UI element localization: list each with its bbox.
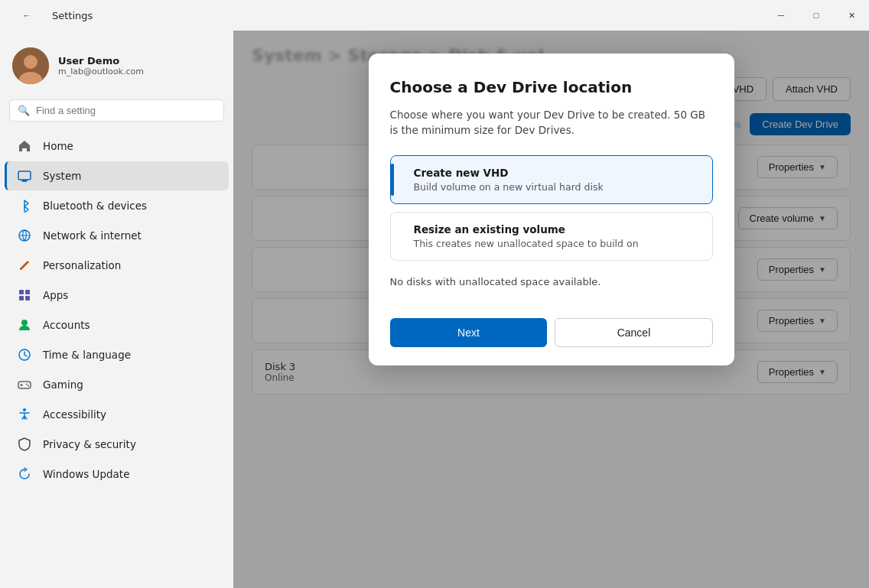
sidebar-item-network[interactable]: Network & internet: [5, 221, 229, 250]
main-content: System > Storage > Disk & vol... Create …: [233, 31, 869, 588]
app-title: Settings: [52, 10, 93, 21]
sidebar-item-label-accessibility: Accessibility: [43, 408, 106, 421]
time-icon: [17, 347, 32, 362]
option-content-new-vhd: Create new VHDBuild volume on a new virt…: [403, 167, 604, 193]
search-input[interactable]: [36, 105, 216, 116]
sidebar-item-label-bluetooth: Bluetooth & devices: [43, 200, 147, 212]
bluetooth-icon: [17, 198, 32, 213]
update-icon: [17, 466, 32, 482]
sidebar-item-accessibility[interactable]: Accessibility: [5, 400, 229, 429]
gaming-icon: [17, 377, 32, 392]
sidebar-item-label-accounts: Accounts: [43, 319, 90, 331]
sidebar-item-label-privacy: Privacy & security: [43, 438, 136, 450]
svg-rect-3: [18, 171, 31, 180]
next-button[interactable]: Next: [390, 318, 548, 347]
svg-point-16: [23, 408, 26, 411]
system-icon: [17, 168, 32, 184]
window-controls: ─ □ ✕: [763, 0, 869, 31]
dialog-title: Choose a Dev Drive location: [390, 78, 713, 96]
accounts-icon: [17, 317, 32, 333]
title-bar-left: ← Settings: [9, 0, 93, 31]
user-name: User Demo: [58, 55, 144, 67]
svg-point-1: [24, 55, 37, 69]
no-disks-message: No disks with unallocated space availabl…: [390, 268, 713, 303]
search-icon: 🔍: [18, 105, 30, 116]
sidebar-item-apps[interactable]: Apps: [5, 281, 229, 310]
sidebar: User Demo m_lab@outlook.com 🔍 HomeSystem…: [0, 31, 233, 588]
privacy-icon: [17, 437, 32, 452]
sidebar-item-home[interactable]: Home: [5, 132, 229, 161]
maximize-button[interactable]: □: [799, 0, 834, 31]
svg-point-14: [26, 384, 28, 385]
title-bar: ← Settings ─ □ ✕: [0, 0, 869, 31]
sidebar-item-label-network: Network & internet: [43, 229, 142, 242]
personalization-icon: [17, 258, 32, 273]
sidebar-item-label-update: Windows Update: [43, 468, 129, 480]
dialog-description: Choose where you want your Dev Drive to …: [390, 107, 713, 138]
apps-icon: [17, 288, 32, 303]
option-accent-bar: [391, 164, 394, 196]
option-new-vhd[interactable]: Create new VHDBuild volume on a new virt…: [390, 155, 713, 204]
option-title-resize: Resize an existing volume: [414, 223, 639, 236]
home-icon: [17, 138, 32, 154]
svg-rect-7: [19, 290, 24, 294]
sidebar-item-accounts[interactable]: Accounts: [5, 310, 229, 339]
sidebar-item-label-home: Home: [43, 140, 73, 152]
option-title-new-vhd: Create new VHD: [414, 167, 604, 179]
sidebar-item-label-gaming: Gaming: [43, 378, 83, 391]
user-profile[interactable]: User Demo m_lab@outlook.com: [0, 38, 233, 96]
svg-rect-10: [25, 296, 30, 300]
sidebar-item-update[interactable]: Windows Update: [5, 460, 229, 489]
network-icon: [17, 228, 32, 243]
sidebar-item-gaming[interactable]: Gaming: [5, 370, 229, 399]
svg-rect-9: [19, 296, 24, 300]
modal-overlay: Choose a Dev Drive location Choose where…: [233, 31, 869, 588]
app-body: User Demo m_lab@outlook.com 🔍 HomeSystem…: [0, 31, 869, 588]
sidebar-item-bluetooth[interactable]: Bluetooth & devices: [5, 191, 229, 220]
dialog-footer: Next Cancel: [390, 318, 713, 347]
option-content-resize: Resize an existing volumeThis creates ne…: [403, 223, 639, 249]
back-button[interactable]: ←: [9, 0, 44, 31]
search-box[interactable]: 🔍: [9, 99, 224, 122]
sidebar-item-label-apps: Apps: [43, 289, 68, 301]
sidebar-item-label-personalization: Personalization: [43, 259, 121, 271]
sidebar-item-personalization[interactable]: Personalization: [5, 251, 229, 280]
option-resize[interactable]: Resize an existing volumeThis creates ne…: [390, 212, 713, 261]
close-button[interactable]: ✕: [834, 0, 869, 31]
svg-point-11: [21, 320, 28, 326]
avatar: [12, 47, 49, 84]
accessibility-icon: [17, 407, 32, 422]
sidebar-item-label-time: Time & language: [43, 349, 131, 361]
nav-list: HomeSystemBluetooth & devicesNetwork & i…: [0, 131, 233, 489]
cancel-button[interactable]: Cancel: [555, 318, 712, 347]
user-email: m_lab@outlook.com: [58, 67, 144, 76]
sidebar-item-system[interactable]: System: [5, 161, 229, 190]
svg-rect-8: [25, 290, 30, 294]
option-subtitle-resize: This creates new unallocated space to bu…: [414, 238, 639, 249]
dialog-options: Create new VHDBuild volume on a new virt…: [390, 155, 713, 261]
minimize-button[interactable]: ─: [763, 0, 799, 31]
option-subtitle-new-vhd: Build volume on a new virtual hard disk: [414, 181, 604, 193]
dialog: Choose a Dev Drive location Choose where…: [369, 54, 734, 365]
svg-point-15: [28, 385, 29, 387]
sidebar-item-time[interactable]: Time & language: [5, 340, 229, 369]
user-info: User Demo m_lab@outlook.com: [58, 55, 144, 76]
sidebar-item-privacy[interactable]: Privacy & security: [5, 430, 229, 459]
sidebar-item-label-system: System: [43, 170, 81, 182]
